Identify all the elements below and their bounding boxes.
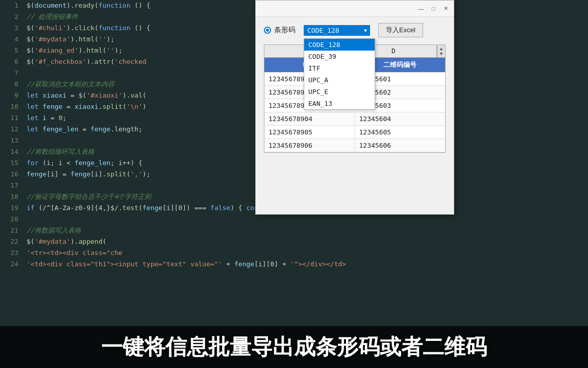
barcode-dropdown-menu: CODE_128 CODE_39 ITF UPC_A UPC_E EAN_13 [304,38,375,110]
dropdown-item-upca[interactable]: UPC_A [304,74,375,86]
scroll-up-icon[interactable]: ▲ [440,46,443,51]
table-cell-qr: 12345606 [355,139,446,152]
dialog-titlebar: — □ ✕ [256,1,454,17]
table-row: 12345678904 12345604 [264,112,445,126]
barcode-radio[interactable] [264,27,271,34]
table-cell-phone: 12345678904 [264,112,355,125]
table-cell-phone: 12345678905 [264,126,355,139]
code-line-23: 23 '<tr><td><div class="che [0,247,588,259]
subtitle-text: 一键将信息批量导出成条形码或者二维码 [20,334,568,360]
table-cell-phone: 12345678906 [264,139,355,152]
code-line-22: 22 $('#mydata').append( [0,236,588,247]
import-excel-button[interactable]: 导入Excel [378,23,423,37]
table-row: 12345678906 12345606 [264,139,445,152]
dropdown-item-code128[interactable]: CODE_128 [304,39,375,51]
barcode-radio-label[interactable]: 条形码 [264,26,296,35]
scrollbar[interactable]: ▲ ▼ [437,45,445,57]
barcode-type-select[interactable]: CODE_128 [304,25,370,36]
table-cell-qr: 12345604 [355,112,446,125]
dropdown-item-code39[interactable]: CODE_39 [304,51,375,62]
subtitle-bar: 一键将信息批量导出成条形码或者二维码 [0,326,588,368]
table-cell-qr: 12345605 [355,126,446,139]
minimize-button[interactable]: — [417,5,425,13]
scroll-down-icon[interactable]: ▼ [440,51,443,56]
dropdown-item-ean13[interactable]: EAN_13 [304,98,375,109]
maximize-button[interactable]: □ [429,5,437,13]
table-row: 12345678905 12345605 [264,126,445,139]
close-button[interactable]: ✕ [442,5,450,13]
code-line-20: 20 [0,214,588,225]
dialog: — □ ✕ 条形码 CODE_128 ▼ CODE_128 CODE_39 IT… [255,0,454,215]
barcode-type-row: 条形码 CODE_128 ▼ CODE_128 CODE_39 ITF UPC_… [264,23,446,37]
code-line-21: 21 //将数据写入表格 [0,225,588,236]
dialog-body: 条形码 CODE_128 ▼ CODE_128 CODE_39 ITF UPC_… [256,17,454,159]
code-line-24: 24 '<td><div class="th1"><input type="te… [0,259,588,270]
barcode-select-wrapper: CODE_128 ▼ CODE_128 CODE_39 ITF UPC_A UP… [304,25,370,36]
dropdown-item-upce[interactable]: UPC_E [304,86,375,98]
barcode-label: 条形码 [274,26,296,35]
dropdown-item-itf[interactable]: ITF [304,62,375,74]
